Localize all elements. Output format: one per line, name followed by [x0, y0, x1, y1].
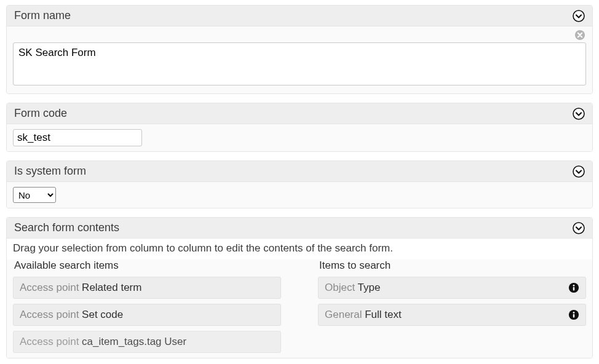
panel-header-form-code[interactable]: Form code — [7, 103, 592, 124]
svg-point-9 — [573, 312, 575, 314]
panel-title: Form code — [14, 107, 67, 120]
panel-body-contents: Drag your selection from column to colum… — [7, 239, 592, 358]
svg-point-2 — [573, 108, 584, 119]
item-prefix: Access point — [20, 336, 82, 347]
is-system-select[interactable]: No Yes — [13, 187, 56, 203]
svg-point-6 — [573, 285, 575, 287]
to-search-header: Items to search — [318, 259, 586, 272]
instructions-text: Drag your selection from column to colum… — [7, 239, 592, 259]
item-main: Set code — [82, 309, 123, 320]
form-name-input[interactable]: SK Search Form — [13, 42, 586, 85]
panel-body-is-system: No Yes — [7, 182, 592, 208]
item-main: Related term — [82, 282, 141, 293]
svg-point-0 — [573, 10, 584, 22]
to-search-item[interactable]: Object Type — [318, 277, 586, 299]
panel-header-is-system[interactable]: Is system form — [7, 161, 592, 182]
svg-rect-10 — [573, 314, 575, 318]
svg-rect-7 — [573, 287, 575, 291]
to-search-column: Items to search Object Type General Full… — [318, 259, 586, 358]
item-prefix: Access point — [20, 309, 82, 320]
panel-header-form-name[interactable]: Form name — [7, 6, 592, 26]
panel-title: Form name — [14, 9, 71, 22]
chevron-down-icon[interactable] — [573, 165, 585, 178]
svg-point-3 — [573, 166, 584, 177]
panel-body-form-name: SK Search Form — [7, 26, 592, 93]
panel-title: Is system form — [14, 165, 86, 178]
item-prefix: Access point — [20, 282, 82, 293]
info-icon[interactable] — [568, 282, 579, 293]
item-prefix: General — [325, 309, 365, 320]
available-item[interactable]: Access point Set code — [13, 304, 281, 326]
chevron-down-icon[interactable] — [573, 10, 585, 22]
info-icon[interactable] — [568, 309, 579, 320]
available-item[interactable]: Access point ca_item_tags.tag User — [13, 331, 281, 353]
chevron-down-icon[interactable] — [573, 108, 585, 120]
panel-body-form-code — [7, 124, 592, 151]
panel-title: Search form contents — [14, 221, 119, 234]
panel-form-name: Form name SK Search Form — [6, 5, 593, 94]
panel-is-system: Is system form No Yes — [6, 160, 593, 208]
form-code-input[interactable] — [13, 129, 142, 146]
item-main: ca_item_tags.tag User — [82, 336, 186, 347]
available-header: Available search items — [13, 259, 281, 272]
item-prefix: Object — [325, 282, 358, 293]
panel-form-code: Form code — [6, 103, 593, 152]
item-main: Type — [358, 282, 381, 293]
available-item[interactable]: Access point Related term — [13, 277, 281, 299]
item-main: Full text — [365, 309, 402, 320]
panel-header-contents[interactable]: Search form contents — [7, 218, 592, 239]
panel-contents: Search form contents Drag your selection… — [6, 217, 593, 358]
available-column: Available search items Access point Rela… — [13, 259, 281, 358]
to-search-item[interactable]: General Full text — [318, 304, 586, 326]
clear-icon[interactable] — [574, 29, 586, 41]
chevron-down-icon[interactable] — [573, 222, 585, 234]
svg-point-4 — [573, 223, 584, 234]
